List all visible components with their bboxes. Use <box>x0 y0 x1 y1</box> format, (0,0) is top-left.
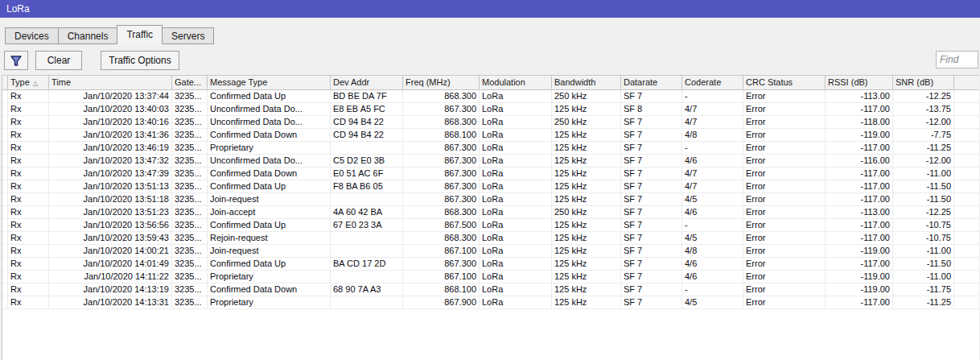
cell-msg_type: Confirmed Data Up <box>208 90 331 103</box>
cell-freq: 868.100 <box>403 129 480 142</box>
cell-datarate: SF 7 <box>621 206 682 219</box>
column-header-msg_type[interactable]: Message Type <box>208 76 331 89</box>
cell-msg_type: Confirmed Data Down <box>208 129 331 142</box>
table-row[interactable]: RxJan/10/2020 13:51:183235...Join-reques… <box>2 193 979 206</box>
table-row[interactable]: RxJan/10/2020 13:46:193235...Proprietary… <box>2 142 979 155</box>
tab-channels[interactable]: Channels <box>58 27 118 44</box>
cell-crc_status: Error <box>743 219 826 232</box>
cell-freq: 867.100 <box>403 271 480 283</box>
column-header-datarate[interactable]: Datarate <box>621 76 682 89</box>
tab-devices[interactable]: Devices <box>5 27 59 44</box>
column-header-gateway[interactable]: Gate... <box>172 76 208 89</box>
cell-type: Rx <box>8 180 49 193</box>
table-row[interactable]: RxJan/10/2020 14:00:213235...Join-reques… <box>2 245 979 258</box>
cell-freq: 867.300 <box>403 103 480 116</box>
cell-freq: 867.300 <box>403 155 480 168</box>
table-row[interactable]: RxJan/10/2020 13:41:363235...Confirmed D… <box>2 129 979 142</box>
table-row[interactable]: RxJan/10/2020 13:51:133235...Confirmed D… <box>2 180 979 193</box>
column-header-dev_addr[interactable]: Dev Addr <box>331 76 403 89</box>
toolbar: Clear Traffic Options <box>4 50 978 71</box>
clear-button[interactable]: Clear <box>35 51 82 70</box>
column-header-gutter[interactable] <box>2 76 8 89</box>
cell-datarate: SF 7 <box>621 168 682 180</box>
table-row[interactable]: RxJan/10/2020 13:40:033235...Unconfirmed… <box>2 103 979 116</box>
window-titlebar[interactable]: LoRa <box>0 0 980 18</box>
column-header-rssi[interactable]: RSSI (dB) <box>826 76 893 89</box>
cell-freq: 868.300 <box>403 232 480 245</box>
cell-modulation: LoRa <box>480 271 552 283</box>
cell-gateway: 3235... <box>172 142 208 155</box>
cell-coderate: - <box>682 283 743 296</box>
funnel-icon <box>10 55 23 67</box>
cell-bandwidth: 250 kHz <box>552 116 621 129</box>
column-header-label: Dev Addr <box>333 77 369 87</box>
cell-datarate: SF 7 <box>621 193 682 206</box>
cell-type: Rx <box>8 103 49 116</box>
cell-dev_addr <box>331 232 403 245</box>
table-row[interactable]: RxJan/10/2020 14:01:493235...Confirmed D… <box>2 258 979 271</box>
cell-gateway: 3235... <box>172 271 208 283</box>
cell-msg_type: Proprietary <box>208 296 331 309</box>
table-row[interactable]: RxJan/10/2020 13:37:443235...Confirmed D… <box>2 90 979 103</box>
column-header-bandwidth[interactable]: Bandwidth <box>552 76 621 89</box>
traffic-options-button[interactable]: Traffic Options <box>101 51 179 70</box>
table-row[interactable]: RxJan/10/2020 13:47:393235...Confirmed D… <box>2 168 979 180</box>
cell-snr: -11.50 <box>893 258 954 271</box>
cell-type: Rx <box>8 142 49 155</box>
table-row[interactable]: RxJan/10/2020 13:51:233235...Join-accept… <box>2 206 979 219</box>
tab-servers[interactable]: Servers <box>162 27 214 44</box>
cell-time: Jan/10/2020 13:40:03 <box>49 103 172 116</box>
table-row[interactable]: RxJan/10/2020 14:13:193235...Confirmed D… <box>2 283 979 296</box>
column-header-crc_status[interactable]: CRC Status <box>743 76 826 89</box>
column-header-modulation[interactable]: Modulation <box>480 76 552 89</box>
column-header-coderate[interactable]: Coderate <box>682 76 743 89</box>
table-row[interactable]: RxJan/10/2020 14:13:313235...Proprietary… <box>2 296 979 309</box>
filter-button[interactable] <box>4 51 28 70</box>
cell-time: Jan/10/2020 13:47:32 <box>49 155 172 168</box>
cell-freq: 867.500 <box>403 219 480 232</box>
cell-rssi: -119.00 <box>826 245 893 258</box>
cell-crc_status: Error <box>743 142 826 155</box>
cell-modulation: LoRa <box>480 245 552 258</box>
cell-datarate: SF 7 <box>621 245 682 258</box>
cell-type: Rx <box>8 219 49 232</box>
cell-bandwidth: 125 kHz <box>552 142 621 155</box>
cell-snr: -11.50 <box>893 193 954 206</box>
cell-gutter <box>2 129 8 142</box>
cell-dev_addr: BA CD 17 2D <box>331 258 403 271</box>
cell-bandwidth: 125 kHz <box>552 283 621 296</box>
table-row[interactable]: RxJan/10/2020 13:59:433235...Rejoin-requ… <box>2 232 979 245</box>
cell-bandwidth: 125 kHz <box>552 180 621 193</box>
cell-modulation: LoRa <box>480 168 552 180</box>
cell-snr: -11.00 <box>893 271 954 283</box>
cell-gateway: 3235... <box>172 103 208 116</box>
column-header-label: CRC Status <box>746 77 793 87</box>
table-row[interactable]: RxJan/10/2020 13:56:563235...Confirmed D… <box>2 219 979 232</box>
cell-msg_type: Proprietary <box>208 142 331 155</box>
tab-traffic[interactable]: Traffic <box>117 25 163 44</box>
cell-time: Jan/10/2020 13:51:18 <box>49 193 172 206</box>
cell-gutter <box>2 271 8 283</box>
find-input[interactable] <box>936 51 978 68</box>
cell-modulation: LoRa <box>480 283 552 296</box>
table-row[interactable]: RxJan/10/2020 14:11:223235...Proprietary… <box>2 271 979 283</box>
cell-type: Rx <box>8 271 49 283</box>
table-row[interactable]: RxJan/10/2020 13:40:163235...Unconfirmed… <box>2 116 979 129</box>
table-row[interactable]: RxJan/10/2020 13:47:323235...Unconfirmed… <box>2 155 979 168</box>
cell-gateway: 3235... <box>172 258 208 271</box>
cell-filler <box>954 245 979 258</box>
column-header-time[interactable]: Time <box>49 76 172 89</box>
cell-bandwidth: 125 kHz <box>552 193 621 206</box>
column-header-type[interactable]: Type△ <box>8 76 49 89</box>
cell-snr: -12.00 <box>893 116 954 129</box>
cell-snr: -12.00 <box>893 155 954 168</box>
cell-datarate: SF 7 <box>621 219 682 232</box>
cell-dev_addr <box>331 296 403 309</box>
column-header-snr[interactable]: SNR (dB) <box>893 76 954 89</box>
cell-crc_status: Error <box>743 193 826 206</box>
cell-coderate: - <box>682 90 743 103</box>
cell-filler <box>954 155 979 168</box>
column-header-freq[interactable]: Freq (MHz) <box>403 76 480 89</box>
cell-rssi: -117.00 <box>826 193 893 206</box>
cell-gutter <box>2 245 8 258</box>
